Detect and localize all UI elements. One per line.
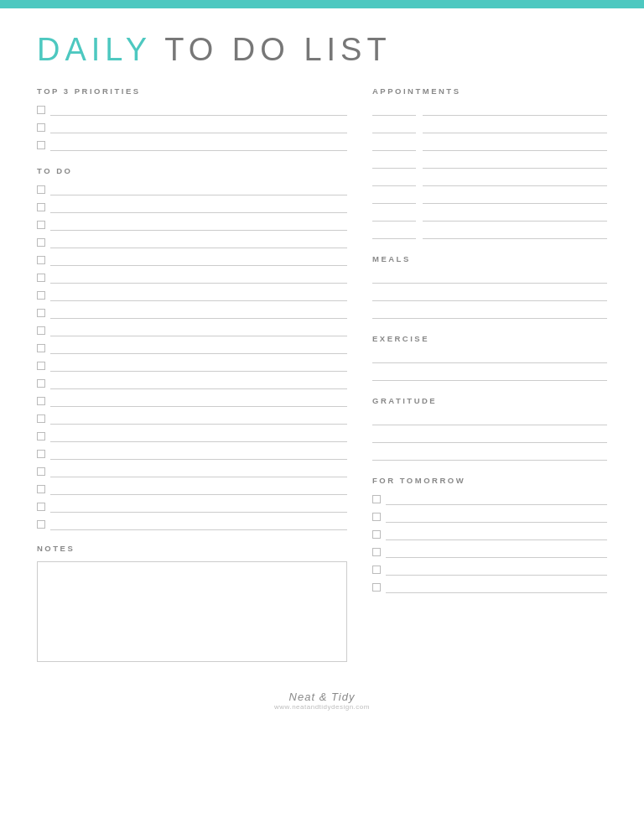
checkbox[interactable] [37, 450, 45, 458]
apt-time [372, 210, 416, 222]
todo-row [37, 201, 347, 213]
footer-url: www.neatandtidydesign.com [37, 703, 607, 711]
meal-row [372, 289, 607, 301]
checkbox[interactable] [372, 530, 381, 539]
apt-time [372, 175, 416, 186]
checkbox[interactable] [37, 203, 45, 211]
gratitude-line [372, 431, 607, 443]
todo-line [50, 395, 347, 407]
priority-row [37, 122, 347, 133]
checkbox[interactable] [37, 185, 45, 194]
checkbox[interactable] [372, 495, 381, 503]
apt-row [372, 139, 607, 151]
todo-line [50, 289, 347, 301]
todo-row [37, 342, 347, 354]
tomorrow-row [372, 493, 607, 505]
notes-section: NOTES [37, 544, 347, 662]
todo-row [37, 378, 347, 389]
tomorrow-line [386, 529, 607, 540]
meal-line [372, 272, 607, 284]
gratitude-line [372, 449, 607, 461]
apt-time [372, 122, 416, 133]
checkbox[interactable] [372, 548, 381, 556]
priorities-label: TOP 3 PRIORITIES [37, 86, 347, 96]
apt-line [423, 175, 607, 186]
todo-line [50, 237, 347, 248]
gratitude-row [372, 431, 607, 443]
apt-line [423, 139, 607, 151]
apt-row [372, 210, 607, 222]
checkbox[interactable] [372, 566, 381, 574]
checkbox[interactable] [37, 467, 45, 476]
top-bar [0, 0, 644, 8]
priority-line [50, 139, 347, 151]
footer: Neat & Tidy www.neatandtidydesign.com [37, 691, 607, 711]
apt-time [372, 139, 416, 151]
meals-section: MEALS [372, 254, 607, 319]
checkbox[interactable] [37, 344, 45, 352]
notes-box[interactable] [37, 561, 347, 662]
priority-line [50, 104, 347, 116]
checkbox[interactable] [37, 397, 45, 405]
exercise-row [372, 352, 607, 363]
todo-line [50, 360, 347, 372]
checkbox[interactable] [37, 379, 45, 388]
apt-row [372, 227, 607, 239]
todo-line [50, 325, 347, 336]
todo-row [37, 519, 347, 530]
todo-row [37, 501, 347, 513]
todo-row [37, 307, 347, 319]
todo-line [50, 272, 347, 284]
checkbox[interactable] [37, 123, 45, 132]
checkbox[interactable] [37, 106, 45, 114]
checkbox[interactable] [37, 432, 45, 440]
gratitude-row [372, 449, 607, 461]
checkbox[interactable] [37, 256, 45, 264]
left-column: TOP 3 PRIORITIES TO DO [37, 86, 347, 677]
tomorrow-row [372, 529, 607, 540]
priority-row [37, 104, 347, 116]
tomorrow-row [372, 581, 607, 593]
exercise-line [372, 352, 607, 363]
right-column: APPOINTMENTS MEALS EXERCISE [372, 86, 607, 677]
checkbox[interactable] [37, 221, 45, 229]
tomorrow-line [386, 511, 607, 523]
exercise-row [372, 369, 607, 381]
todo-line [50, 184, 347, 195]
todo-row [37, 360, 347, 372]
checkbox[interactable] [37, 503, 45, 511]
todo-row [37, 254, 347, 266]
checkbox[interactable] [37, 485, 45, 493]
checkbox[interactable] [37, 520, 45, 529]
todo-row [37, 413, 347, 425]
for-tomorrow-label: FOR TOMORROW [372, 476, 607, 485]
checkbox[interactable] [37, 141, 45, 149]
gratitude-line [372, 414, 607, 425]
checkbox[interactable] [372, 513, 381, 521]
for-tomorrow-section: FOR TOMORROW [372, 476, 607, 593]
apt-time [372, 192, 416, 204]
footer-name: Neat & Tidy [37, 691, 607, 703]
checkbox[interactable] [37, 274, 45, 282]
todo-label: TO DO [37, 166, 347, 175]
checkbox[interactable] [37, 326, 45, 335]
checkbox[interactable] [37, 414, 45, 423]
gratitude-section: GRATITUDE [372, 396, 607, 461]
tomorrow-line [386, 581, 607, 593]
meal-line [372, 289, 607, 301]
checkbox[interactable] [37, 238, 45, 247]
exercise-label: EXERCISE [372, 334, 607, 343]
checkbox[interactable] [37, 309, 45, 317]
checkbox[interactable] [37, 362, 45, 370]
todo-line [50, 413, 347, 425]
checkbox[interactable] [372, 583, 381, 592]
gratitude-row [372, 414, 607, 425]
apt-row [372, 122, 607, 133]
todo-line [50, 378, 347, 389]
checkbox[interactable] [37, 291, 45, 300]
tomorrow-row [372, 546, 607, 558]
todo-line [50, 430, 347, 442]
todo-line [50, 254, 347, 266]
meal-row [372, 307, 607, 319]
tomorrow-line [386, 564, 607, 576]
